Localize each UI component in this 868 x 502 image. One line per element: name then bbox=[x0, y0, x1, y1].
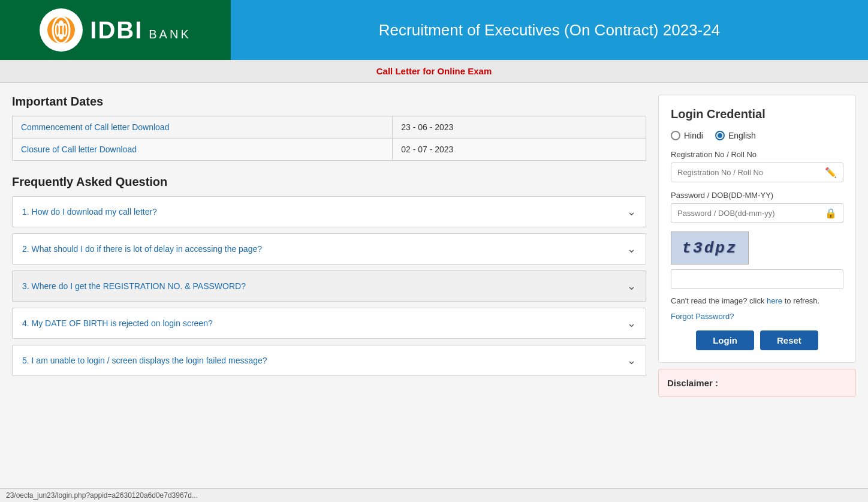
faq-item[interactable]: 5. I am unable to login / screen display… bbox=[12, 345, 646, 376]
faq-question-text: 1. How do I download my call letter? bbox=[22, 207, 157, 217]
date-label: Commencement of Call letter Download bbox=[13, 116, 393, 139]
left-panel: Important Dates Commencement of Call let… bbox=[12, 95, 646, 397]
hindi-radio[interactable] bbox=[671, 131, 680, 140]
reg-no-label: Registration No / Roll No bbox=[671, 150, 843, 159]
faq-question-text: 4. My DATE OF BIRTH is rejected on login… bbox=[22, 318, 213, 328]
logo-area: IDBI BANK bbox=[0, 0, 231, 60]
faq-title: Frequently Asked Question bbox=[12, 175, 646, 189]
hindi-label: Hindi bbox=[684, 131, 703, 140]
chevron-down-icon: ⌄ bbox=[627, 354, 636, 367]
disclaimer-box: Disclaimer : bbox=[658, 369, 856, 397]
table-row: Closure of Call letter Download02 - 07 -… bbox=[13, 139, 646, 161]
right-panel: Login Credential Hindi English Registrat… bbox=[658, 95, 856, 397]
faq-list: 1. How do I download my call letter?⌄2. … bbox=[12, 196, 646, 376]
faq-question[interactable]: 1. How do I download my call letter?⌄ bbox=[13, 197, 646, 227]
faq-item[interactable]: 3. Where do I get the REGISTRATION NO. &… bbox=[12, 270, 646, 302]
password-label: Password / DOB(DD-MM-YY) bbox=[671, 191, 843, 200]
date-value: 02 - 07 - 2023 bbox=[393, 139, 646, 161]
main-content: Important Dates Commencement of Call let… bbox=[0, 83, 868, 409]
sub-header: Call Letter for Online Exam bbox=[0, 60, 868, 83]
hindi-option[interactable]: Hindi bbox=[671, 131, 703, 140]
faq-question-text: 5. I am unable to login / screen display… bbox=[22, 356, 267, 365]
logo-idbi: IDBI bbox=[90, 17, 143, 44]
chevron-down-icon: ⌄ bbox=[627, 242, 636, 255]
chevron-down-icon: ⌄ bbox=[627, 317, 636, 330]
dates-table: Commencement of Call letter Download23 -… bbox=[12, 116, 646, 161]
disclaimer-title: Disclaimer : bbox=[667, 378, 847, 388]
faq-item[interactable]: 1. How do I download my call letter?⌄ bbox=[12, 196, 646, 227]
faq-item[interactable]: 2. What should I do if there is lot of d… bbox=[12, 233, 646, 264]
header: IDBI BANK Recruitment of Executives (On … bbox=[0, 0, 868, 60]
reset-button[interactable]: Reset bbox=[760, 330, 818, 350]
english-label: English bbox=[728, 131, 756, 140]
captcha-image: t3dpz bbox=[671, 232, 749, 264]
faq-question-text: 2. What should I do if there is lot of d… bbox=[22, 244, 262, 254]
captcha-refresh-text: Can't read the image? click here to refr… bbox=[671, 295, 843, 307]
date-value: 23 - 06 - 2023 bbox=[393, 116, 646, 139]
edit-icon: ✏️ bbox=[819, 167, 843, 178]
password-wrapper: 🔒 bbox=[671, 203, 843, 223]
chevron-down-icon: ⌄ bbox=[627, 205, 636, 218]
faq-question[interactable]: 4. My DATE OF BIRTH is rejected on login… bbox=[13, 308, 646, 338]
date-label: Closure of Call letter Download bbox=[13, 139, 393, 161]
faq-question[interactable]: 3. Where do I get the REGISTRATION NO. &… bbox=[13, 271, 646, 301]
important-dates-title: Important Dates bbox=[12, 95, 646, 109]
password-input[interactable] bbox=[671, 204, 819, 223]
login-title: Login Credential bbox=[671, 107, 843, 121]
faq-question[interactable]: 2. What should I do if there is lot of d… bbox=[13, 234, 646, 264]
captcha-input[interactable] bbox=[671, 269, 843, 289]
lang-options: Hindi English bbox=[671, 131, 843, 140]
table-row: Commencement of Call letter Download23 -… bbox=[13, 116, 646, 139]
reg-no-input[interactable] bbox=[671, 163, 819, 182]
chevron-down-icon: ⌄ bbox=[627, 279, 636, 293]
english-radio[interactable] bbox=[715, 131, 725, 140]
forgot-password-link[interactable]: Forgot Password? bbox=[671, 312, 843, 321]
faq-item[interactable]: 4. My DATE OF BIRTH is rejected on login… bbox=[12, 308, 646, 339]
lock-icon: 🔒 bbox=[819, 208, 843, 219]
reg-no-wrapper: ✏️ bbox=[671, 163, 843, 182]
header-title: Recruitment of Executives (On Contract) … bbox=[231, 0, 868, 60]
faq-question-text: 3. Where do I get the REGISTRATION NO. &… bbox=[22, 281, 246, 291]
captcha-refresh-link[interactable]: here bbox=[767, 296, 782, 305]
logo-bank: BANK bbox=[149, 28, 191, 41]
faq-question[interactable]: 5. I am unable to login / screen display… bbox=[13, 345, 646, 375]
logo-icon bbox=[40, 8, 83, 52]
login-button[interactable]: Login bbox=[696, 330, 754, 350]
login-box: Login Credential Hindi English Registrat… bbox=[658, 95, 856, 363]
english-option[interactable]: English bbox=[715, 131, 756, 140]
button-row: Login Reset bbox=[671, 330, 843, 350]
